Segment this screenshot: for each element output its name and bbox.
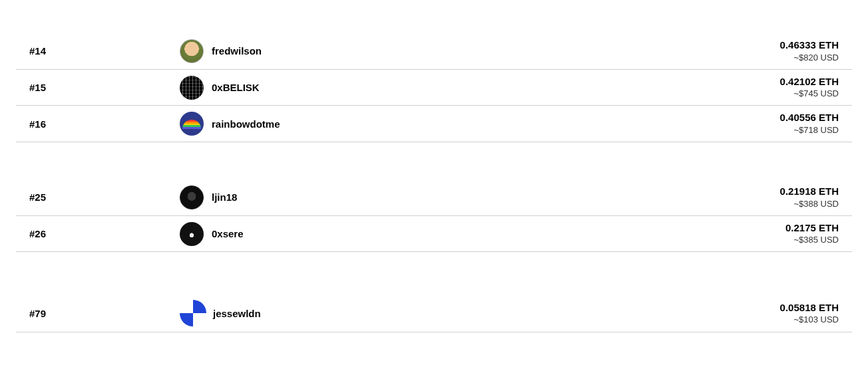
amount-cell: 0.42102 ETH~$745 USD — [732, 75, 852, 100]
rank-label: #16 — [16, 118, 180, 130]
avatar[interactable] — [180, 39, 204, 63]
amount-cell: 0.05818 ETH~$103 USD — [732, 301, 852, 326]
eth-amount: 0.40556 ETH — [732, 111, 839, 124]
avatar[interactable] — [180, 222, 204, 246]
user-cell[interactable]: jessewldn — [180, 300, 732, 326]
username[interactable]: jessewldn — [213, 308, 261, 319]
usd-amount: ~$388 USD — [732, 198, 839, 210]
user-cell[interactable]: ljin18 — [180, 185, 732, 209]
amount-cell: 0.46333 ETH~$820 USD — [732, 39, 852, 64]
leaderboard-row[interactable]: #260xsere0.2175 ETH~$385 USD — [16, 216, 852, 253]
leaderboard-row[interactable]: #25ljin180.21918 ETH~$388 USD — [16, 180, 852, 216]
user-cell[interactable]: 0xBELISK — [180, 76, 732, 100]
user-cell[interactable]: rainbowdotme — [180, 112, 732, 136]
avatar[interactable] — [180, 76, 204, 100]
usd-amount: ~$745 USD — [732, 88, 839, 100]
eth-amount: 0.21918 ETH — [732, 185, 839, 198]
eth-amount: 0.05818 ETH — [732, 301, 839, 314]
section-gap — [16, 142, 852, 180]
usd-amount: ~$103 USD — [732, 314, 839, 326]
usd-amount: ~$820 USD — [732, 52, 839, 64]
amount-cell: 0.2175 ETH~$385 USD — [732, 221, 852, 247]
username[interactable]: 0xsere — [212, 228, 244, 239]
avatar[interactable] — [180, 112, 204, 136]
usd-amount: ~$385 USD — [732, 234, 839, 246]
leaderboard-row[interactable]: #150xBELISK0.42102 ETH~$745 USD — [16, 70, 852, 106]
user-cell[interactable]: fredwilson — [180, 39, 732, 63]
eth-amount: 0.46333 ETH — [732, 39, 839, 52]
section-gap — [16, 252, 852, 295]
avatar[interactable] — [180, 300, 206, 326]
eth-amount: 0.42102 ETH — [732, 75, 839, 88]
avatar[interactable] — [180, 185, 204, 209]
rank-label: #14 — [16, 45, 180, 57]
usd-amount: ~$718 USD — [732, 124, 839, 136]
rank-label: #79 — [16, 308, 180, 319]
username[interactable]: 0xBELISK — [212, 82, 260, 93]
user-cell[interactable]: 0xsere — [180, 222, 732, 246]
username[interactable]: rainbowdotme — [212, 118, 280, 130]
username[interactable]: fredwilson — [212, 45, 262, 57]
leaderboard-row[interactable]: #14fredwilson0.46333 ETH~$820 USD — [16, 33, 852, 70]
eth-amount: 0.2175 ETH — [732, 221, 839, 235]
rank-label: #15 — [16, 82, 180, 93]
leaderboard-row[interactable]: #16rainbowdotme0.40556 ETH~$718 USD — [16, 106, 852, 142]
amount-cell: 0.40556 ETH~$718 USD — [732, 111, 852, 136]
username[interactable]: ljin18 — [212, 191, 237, 203]
amount-cell: 0.21918 ETH~$388 USD — [732, 185, 852, 210]
rank-label: #26 — [16, 228, 180, 239]
leaderboard: #14fredwilson0.46333 ETH~$820 USD#150xBE… — [0, 33, 868, 332]
leaderboard-row[interactable]: #79jessewldn0.05818 ETH~$103 USD — [16, 295, 852, 332]
rank-label: #25 — [16, 191, 180, 203]
